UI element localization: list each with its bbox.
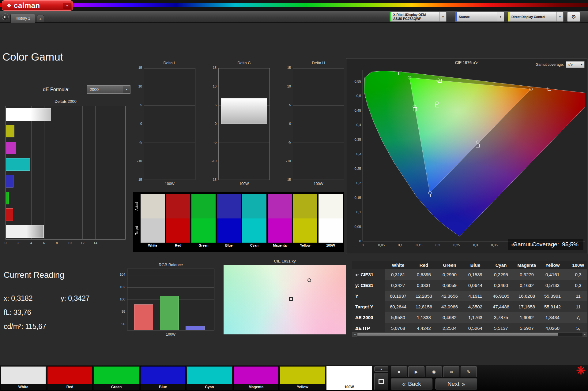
delta-l-chart: Delta L151050-5-10-15100W [134,60,198,188]
patch-button-white[interactable]: White [1,366,46,390]
table-cell: 1,6062 [514,312,540,323]
chart-title: Delta H [293,61,344,65]
table-cell: 4,0260 [540,323,565,332]
rgb-bar-red [134,304,153,330]
stop-button[interactable]: ■ [391,366,407,377]
table-row: Y60,193712,285342,36564,191146,910516,62… [352,291,587,301]
meter-dropdown[interactable]: X-Rite i1Display OEM ASUS PG27AQWP ▼ [390,12,447,22]
add-tab-button[interactable]: + [37,15,44,22]
de-formula-dropdown[interactable]: 2000 ▼ [87,85,130,94]
scrollbar-track[interactable] [558,333,582,337]
table-cell: 0,3279 [514,269,540,280]
grid-line [144,161,195,161]
table-cell: 0,6395 [411,269,437,280]
patch-button-100w[interactable]: 100W [326,366,372,390]
axis-tick-label: 10 [134,84,142,88]
patch-label: Blue [141,384,185,390]
grid-line [219,87,270,87]
chart-plot [144,68,195,180]
grid-line [293,161,344,161]
patch-button-red[interactable]: Red [47,366,92,390]
play-icon: ▶ [415,369,418,374]
table-cell: 55,3991 [540,291,565,301]
target-point-marker [548,87,551,91]
swatch-label: 100W [318,244,343,247]
target-swatch-100w [318,218,343,243]
chart-plot [218,68,270,180]
deltae-bar-green [6,192,9,204]
gamut-coverage-dropdown[interactable]: u'v' ▼ [566,61,585,68]
patch-button-blue[interactable]: Blue [140,366,186,390]
display-dropdown-label: Direct Display Control [508,15,545,19]
target-swatch-yellow [293,218,317,243]
tab-history-1[interactable]: History 1 [10,14,35,23]
deltae-x-axis: 02468101214 [6,241,126,245]
rgb-balance-chart: RGB Balance 100W 1041021009896 [116,263,214,339]
history-expander-button[interactable]: ▶ [2,13,9,20]
back-button[interactable]: « Back [391,378,432,389]
calman-logo-text: calman [14,1,40,10]
double-chevron-right-icon: » [462,381,465,388]
patch-button-green[interactable]: Green [94,366,139,390]
swatch-label: White [141,244,165,247]
refresh-button[interactable]: ↻ [461,366,477,377]
chart-title: RGB Balance [127,263,214,267]
cie-1976-plot [363,70,585,241]
gamut-coverage-dropdown-label: Gamut coverage: [536,62,564,67]
table-cell: 43,0986 [437,301,462,312]
next-button[interactable]: Next » [435,378,477,389]
table-header-cell: 100W [565,261,587,269]
deltae-bar-yellow [6,125,14,137]
source-dropdown[interactable]: Source ▼ [455,12,504,22]
current-reading-cdm2: cd/m²: 115,67 [4,322,46,331]
measured-point-marker [413,105,416,108]
chart-plot [293,68,344,180]
table-row: x: CIE310,31810,63950,29900,15390,22950,… [352,269,587,280]
cie-1976-panel: CIE 1976 u'v' Gamut coverage: u'v' ▼ [346,58,587,254]
table-scrollbar[interactable]: ◄ ► [352,332,587,337]
grid-line [57,106,57,239]
square-icon [379,379,384,384]
record-button[interactable]: ◉ [426,366,442,377]
grid-line [293,124,344,124]
grid-line [127,275,214,275]
target-point-marker [476,144,480,147]
table-row-label: Target Y [352,301,385,312]
record-icon: ◉ [432,369,435,374]
continuous-measure-button[interactable]: ∞ [443,366,459,377]
scrollbar-thumb[interactable] [357,333,558,336]
target-swatch-green [191,218,216,243]
table-cell: 60,1937 [385,291,411,301]
axis-tick-label: 2 [17,241,19,245]
deltae-chart-plot [6,106,126,240]
patch-button-yellow[interactable]: Yellow [280,366,325,390]
scroll-left-button[interactable]: ◄ [352,333,357,337]
axis-tick-label: 10 [68,241,72,245]
axis-tick-label: 0,55 [566,243,573,247]
chart-title: CIE 1931 xy [224,259,346,263]
collapse-panel-button[interactable]: ▲ [374,366,388,372]
app-menu-dropdown[interactable]: ▼ [63,3,71,9]
patch-color [187,367,232,384]
play-button[interactable]: ▶ [408,366,424,377]
patch-button-cyan[interactable]: Cyan [187,366,232,390]
chevron-down-icon: ▼ [123,86,130,93]
table-cell: 1,3434 [540,312,565,323]
patch-button-magenta[interactable]: Magenta [233,366,279,390]
axis-tick-label: 0,15 [351,196,361,199]
chart-title: Delta L [144,61,195,65]
grid-line [293,87,344,87]
display-control-dropdown[interactable]: Direct Display Control ▼ [508,12,564,22]
single-view-button[interactable] [374,373,388,390]
table-corner-cell [352,261,385,269]
cie-1931-plot [224,265,346,334]
grid-line [144,124,195,124]
grid-line [70,106,70,239]
scroll-right-button[interactable]: ► [582,333,587,337]
settings-button[interactable]: ⚙ [567,12,580,22]
grid-line [31,106,32,239]
current-reading-x: x: 0,3182 [4,294,33,303]
patch-color [47,367,92,384]
axis-tick-label: 5 [282,103,291,107]
delta-c-chart: Delta C151050-5-10-15100W [208,60,272,188]
